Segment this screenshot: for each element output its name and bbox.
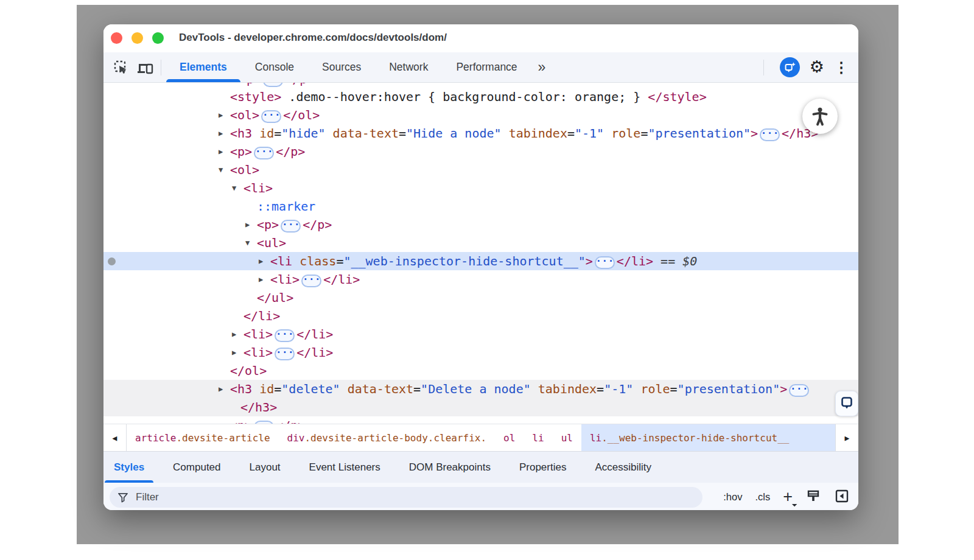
filter-field[interactable]	[110, 487, 702, 508]
collapsed-children-ellipsis-button[interactable]: ···	[263, 83, 283, 87]
breadcrumb-item-article-devsite-article[interactable]: article.devsite-article	[127, 424, 279, 451]
settings-gear-icon[interactable]: ⚙	[810, 59, 824, 75]
triangle-collapsed-icon[interactable]: ▶	[219, 124, 223, 142]
sidebar-tabs: StylesComputedLayoutEvent ListenersDOM B…	[103, 451, 858, 483]
triangle-collapsed-icon[interactable]: ▶	[259, 252, 263, 270]
triangle-collapsed-icon[interactable]: ▶	[259, 270, 263, 289]
collapsed-children-ellipsis-button[interactable]: ···	[595, 256, 615, 269]
dom-tree-row[interactable]: ▶<li class="__web-inspector-hide-shortcu…	[103, 252, 858, 270]
dom-tree-row[interactable]: </ol>	[103, 362, 858, 380]
tab-network[interactable]: Network	[389, 52, 428, 82]
dom-tree-row[interactable]: ::marker	[103, 197, 858, 215]
triangle-collapsed-icon[interactable]: ▶	[219, 106, 223, 124]
dom-token-tag: <p>	[230, 144, 252, 159]
triangle-expanded-icon[interactable]: ▼	[245, 234, 250, 252]
dom-tree-row[interactable]: ▶<p>···</p>	[103, 142, 858, 161]
toggle-sidebar-icon[interactable]	[834, 488, 850, 506]
clipped-top-row: <p>···</p>	[103, 83, 858, 88]
sidebar-tab-accessibility[interactable]: Accessibility	[595, 452, 651, 483]
dom-tree-row[interactable]: ▼<ol>	[103, 161, 858, 179]
zoom-window-button[interactable]	[152, 32, 164, 44]
dom-tree-row[interactable]: </ul>	[103, 289, 858, 307]
collapsed-children-ellipsis-button[interactable]: ···	[760, 128, 780, 141]
triangle-collapsed-icon[interactable]: ▶	[219, 416, 223, 424]
inspect-icon[interactable]	[112, 58, 130, 77]
ai-assistance-icon[interactable]	[780, 57, 800, 77]
accessibility-person-icon[interactable]	[802, 99, 838, 134]
toggle-element-state-button[interactable]: :hov	[723, 491, 742, 503]
devtools-window: DevTools - developer.chrome.com/docs/dev…	[103, 24, 858, 510]
collapsed-children-ellipsis-button[interactable]: ···	[789, 384, 809, 397]
dom-token-val: "Delete a node"	[421, 382, 531, 396]
kebab-menu-icon[interactable]: ⋮	[834, 60, 849, 75]
tab-sources[interactable]: Sources	[322, 52, 361, 82]
sidebar-tab-dom-breakpoints[interactable]: DOM Breakpoints	[409, 452, 491, 483]
breadcrumb-item-li-__web-inspector-hide-shortcut__[interactable]: li.__web-inspector-hide-shortcut__	[581, 424, 835, 451]
triangle-collapsed-icon[interactable]: ▶	[219, 142, 223, 161]
element-classes-button[interactable]: .cls	[755, 491, 770, 503]
triangle-collapsed-icon[interactable]: ▶	[245, 215, 250, 234]
dom-tree-row[interactable]: ▶<li>···</li>	[103, 270, 858, 289]
new-style-rule-button[interactable]: +	[783, 489, 793, 505]
dom-token-tag: <p>	[230, 418, 252, 424]
dom-tree-row[interactable]: ▶<li>···</li>	[103, 343, 858, 362]
dom-tree-row[interactable]: ▼<li>	[103, 179, 858, 197]
triangle-expanded-icon[interactable]: ▼	[219, 161, 223, 179]
dom-tree-row[interactable]: ▶<p>···</p>	[103, 215, 858, 234]
collapsed-children-ellipsis-button[interactable]: ···	[254, 147, 274, 159]
collapsed-children-ellipsis-button[interactable]: ···	[301, 275, 321, 287]
sidebar-tab-computed[interactable]: Computed	[173, 452, 220, 483]
sidebar-tab-event-listeners[interactable]: Event Listeners	[309, 452, 380, 483]
dom-token-tag: <ol>	[230, 108, 259, 122]
styles-toolbar-buttons: :hov .cls +	[723, 488, 850, 506]
dom-tree-row[interactable]: ▶<ol>···</ol>	[103, 106, 858, 124]
triangle-expanded-icon[interactable]: ▼	[232, 179, 236, 197]
collapsed-children-ellipsis-button[interactable]: ···	[281, 220, 301, 233]
dom-tree-row[interactable]: <p>···</p>	[103, 83, 858, 88]
breadcrumb-item-ol[interactable]: ol	[495, 424, 524, 451]
dom-token-tag: </p>	[285, 83, 314, 86]
device-toolbar-icon[interactable]	[136, 58, 155, 77]
close-window-button[interactable]	[111, 32, 122, 44]
breadcrumb-scroll-left-button[interactable]: ◀	[103, 424, 127, 451]
dom-token-plain: =	[670, 382, 678, 396]
dom-token-tag: </li>	[296, 345, 333, 360]
more-tabs-button[interactable]: »	[538, 59, 545, 75]
dom-token-tag: </ul>	[257, 290, 293, 305]
dom-token-attr: id	[259, 382, 274, 396]
breadcrumb-items: article.devsite-articlediv.devsite-artic…	[127, 424, 835, 451]
dom-tree-row[interactable]: </h3>	[103, 398, 858, 416]
dom-tree-row[interactable]: ▶<h3 id="delete" data-text="Delete a nod…	[103, 380, 858, 398]
dom-token-tag: <li>	[244, 327, 273, 341]
breadcrumb-scroll-right-button[interactable]: ▶	[835, 424, 858, 451]
tab-console[interactable]: Console	[255, 52, 294, 82]
dom-tree-row[interactable]: ▶<h3 id="hide" data-text="Hide a node" t…	[103, 124, 858, 142]
triangle-collapsed-icon[interactable]: ▶	[232, 343, 236, 362]
breadcrumb-item-ul[interactable]: ul	[553, 424, 581, 451]
dom-tree-row[interactable]: <style> .demo--hover:hover { background-…	[103, 88, 858, 106]
sidebar-tab-layout[interactable]: Layout	[250, 452, 281, 483]
sidebar-tab-properties[interactable]: Properties	[519, 452, 566, 483]
dom-tree-row[interactable]: ▼<ul>	[103, 234, 858, 252]
breadcrumb-item-div-devsite-article-body-clearfix-[interactable]: div.devsite-article-body.clearfix.	[279, 424, 496, 451]
adorner-popout-icon[interactable]	[835, 391, 858, 416]
collapsed-children-ellipsis-button[interactable]: ···	[261, 110, 281, 123]
breadcrumb-item-li[interactable]: li	[524, 424, 552, 451]
dom-token-attr: data-text	[333, 126, 399, 141]
collapsed-children-ellipsis-button[interactable]: ···	[275, 348, 295, 360]
minimize-window-button[interactable]	[131, 32, 143, 44]
sidebar-tab-styles[interactable]: Styles	[114, 452, 144, 483]
rendering-brush-icon[interactable]	[805, 488, 821, 506]
dom-tree-row[interactable]: </li>	[103, 307, 858, 325]
filter-input[interactable]	[135, 491, 380, 504]
collapsed-children-ellipsis-button[interactable]: ···	[275, 329, 295, 342]
dom-tree-row[interactable]: ▶<p>···</p>	[103, 416, 858, 424]
tab-elements[interactable]: Elements	[180, 52, 227, 82]
dom-token-tag: <style>	[230, 89, 281, 104]
chevron-left-icon: ◀	[113, 433, 117, 443]
tab-performance[interactable]: Performance	[456, 52, 517, 82]
triangle-collapsed-icon[interactable]: ▶	[232, 325, 236, 343]
dom-tree-row[interactable]: ▶<li>···</li>	[103, 325, 858, 343]
dom-token-dollar: $0	[682, 254, 697, 268]
triangle-collapsed-icon[interactable]: ▶	[219, 380, 223, 398]
